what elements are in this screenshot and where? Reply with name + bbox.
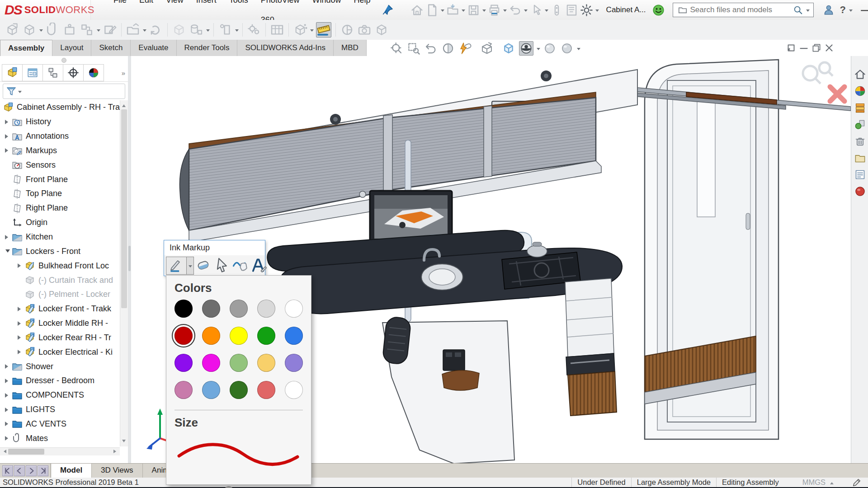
expander-collapsed[interactable] <box>5 148 11 153</box>
help-dropdown-caret[interactable] <box>849 9 853 14</box>
open-dropdown-caret[interactable] <box>462 9 465 14</box>
show-hidden-components-button[interactable] <box>172 23 186 37</box>
design-library-icon[interactable] <box>854 102 866 114</box>
measure-button[interactable] <box>316 22 331 38</box>
save-dropdown-caret[interactable] <box>482 9 486 14</box>
hide-show-items-button[interactable] <box>543 42 557 55</box>
tab-render-tools[interactable]: Render Tools <box>177 40 238 56</box>
reference-geometry-dropdown-caret[interactable] <box>206 29 210 33</box>
linear-component-pattern-dropdown-caret[interactable] <box>97 29 100 33</box>
pen-dropdown[interactable] <box>187 257 194 275</box>
tree-horizontal-scrollbar[interactable] <box>0 447 120 455</box>
reference-geometry-button[interactable] <box>189 23 203 37</box>
scroll-thumb[interactable] <box>121 109 127 308</box>
expander-collapsed[interactable] <box>17 307 24 311</box>
save-button[interactable] <box>467 4 480 17</box>
tree-item[interactable]: Bulkhead Front Loc <box>0 258 120 273</box>
appearances-scenes-icon[interactable] <box>854 152 866 164</box>
scroll-down-arrow[interactable] <box>122 440 126 444</box>
move-component-button[interactable] <box>218 23 232 37</box>
forum-icon[interactable] <box>854 185 866 197</box>
take-snapshot-button[interactable] <box>357 23 372 37</box>
display-style-button[interactable] <box>519 41 533 56</box>
doc-tab-3d-views[interactable]: 3D Views <box>92 464 143 478</box>
component-preview-window-button[interactable] <box>62 23 77 37</box>
tree-item[interactable]: (-) Pelment - Locker <box>0 287 120 302</box>
close-document-button[interactable] <box>823 42 835 54</box>
select-button[interactable] <box>529 4 542 17</box>
color-swatch[interactable] <box>202 327 220 345</box>
expander-collapsed[interactable] <box>5 235 11 239</box>
minimize-button[interactable] <box>858 3 868 17</box>
expander-collapsed[interactable] <box>5 408 11 412</box>
print-dropdown-caret[interactable] <box>503 9 507 14</box>
eraser-tool-button[interactable] <box>194 257 212 274</box>
edit-appearance-button[interactable] <box>560 42 574 55</box>
tree-item[interactable]: Locker Electrical - Ki <box>0 345 120 359</box>
tree-vertical-scrollbar[interactable] <box>120 100 128 446</box>
zoom-to-fit-button[interactable] <box>390 42 403 55</box>
color-swatch[interactable] <box>257 354 275 372</box>
tree-item[interactable]: LIGHTS <box>0 403 120 417</box>
panel-tab-display-manager[interactable] <box>43 64 63 81</box>
tree-item[interactable]: Annotations <box>0 129 120 144</box>
last-tab-button[interactable] <box>38 465 48 476</box>
restore-document-button[interactable] <box>810 42 823 54</box>
update-model-button[interactable] <box>480 42 494 55</box>
custom-properties-icon[interactable] <box>854 169 866 181</box>
markup-close-icon[interactable] <box>830 87 844 101</box>
expander-collapsed[interactable] <box>17 335 24 340</box>
panel-splitter[interactable] <box>128 56 131 463</box>
options-dropdown-caret[interactable] <box>595 9 599 14</box>
help-icon[interactable]: ? <box>840 4 846 16</box>
search-icon[interactable] <box>793 5 803 15</box>
home-icon[interactable] <box>854 68 866 80</box>
insert-components-button[interactable] <box>5 23 19 37</box>
color-swatch[interactable] <box>230 381 248 399</box>
tree-item[interactable]: (-) Curtain Track and <box>0 273 120 287</box>
tree-item[interactable]: Locker Front - Trakk <box>0 302 120 316</box>
undo-button[interactable] <box>509 4 522 17</box>
section-view-button[interactable] <box>441 42 455 55</box>
tree-item[interactable]: Lockers - Front <box>0 244 120 258</box>
expander-expanded[interactable] <box>5 248 11 255</box>
large-design-review-button[interactable] <box>458 42 472 55</box>
color-swatch[interactable] <box>175 300 193 318</box>
new-document-dropdown-caret[interactable] <box>441 9 444 14</box>
search-box[interactable] <box>673 3 814 17</box>
tab-mbd[interactable]: MBD <box>334 40 367 56</box>
search-dropdown-caret[interactable] <box>806 9 810 14</box>
next-tab-button[interactable] <box>26 465 37 476</box>
minimize-document-button[interactable] <box>797 42 810 54</box>
tree-item[interactable]: AC VENTS <box>0 417 120 432</box>
mate-dropdown-caret[interactable] <box>39 29 43 33</box>
markup-pencil-icon[interactable] <box>852 478 862 488</box>
expander-collapsed[interactable] <box>17 263 24 268</box>
color-swatch[interactable] <box>175 381 193 399</box>
search-input[interactable] <box>689 5 791 15</box>
bill-of-materials-button[interactable] <box>270 23 284 37</box>
mate-button[interactable] <box>22 23 37 37</box>
panel-grip[interactable] <box>0 56 128 64</box>
units-selector[interactable]: MMGS <box>784 478 830 487</box>
file-properties-button[interactable] <box>565 4 578 17</box>
print-button[interactable] <box>488 4 501 17</box>
color-swatch[interactable] <box>285 300 303 318</box>
slider-thumb[interactable] <box>223 486 234 488</box>
expander-collapsed[interactable] <box>5 120 11 124</box>
isolate-button[interactable] <box>374 23 389 37</box>
expander-collapsed[interactable] <box>5 364 11 369</box>
select-dropdown-caret[interactable] <box>545 9 548 14</box>
login-user-icon[interactable] <box>823 4 835 16</box>
color-swatch[interactable] <box>230 300 248 318</box>
magnified-selection-button[interactable] <box>550 4 563 17</box>
panel-tab-configurations[interactable] <box>23 64 43 81</box>
view-orientation-button[interactable] <box>502 42 515 55</box>
color-swatch[interactable] <box>285 354 303 372</box>
open-button[interactable] <box>446 4 459 17</box>
tree-item[interactable]: Kitchen <box>0 230 120 244</box>
undo-dropdown-caret[interactable] <box>524 9 528 14</box>
new-motion-study-button[interactable] <box>247 23 261 37</box>
filter-dropdown-caret[interactable] <box>18 91 22 95</box>
expander-collapsed[interactable] <box>5 393 11 398</box>
